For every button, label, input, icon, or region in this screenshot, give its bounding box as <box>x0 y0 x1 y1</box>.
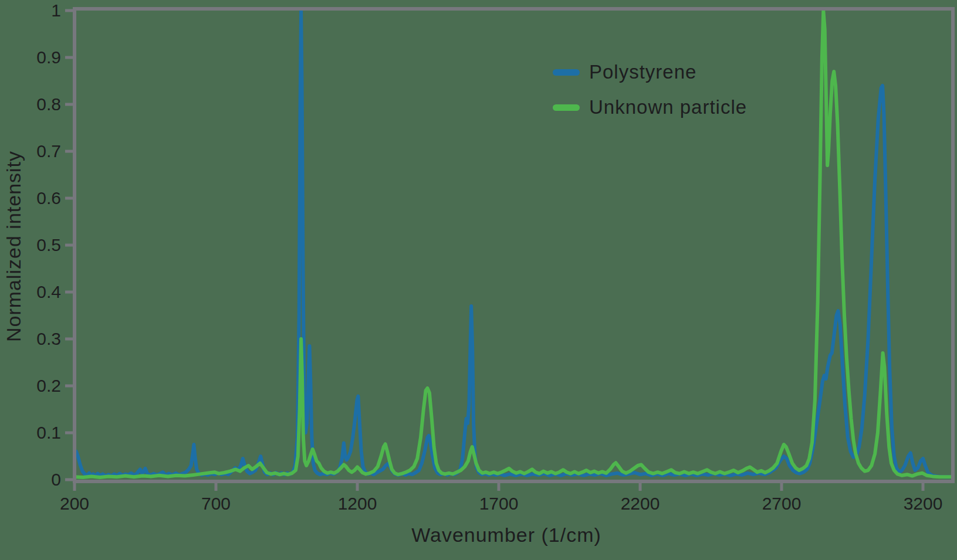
spectrum-chart: 00.10.20.30.40.50.60.70.80.9120070012001… <box>0 0 957 560</box>
plot-canvas: 00.10.20.30.40.50.60.70.80.9120070012001… <box>0 0 957 560</box>
legend: Polystyrene Unknown particle <box>553 61 747 118</box>
y-tick-label: 0.8 <box>36 94 61 114</box>
axis-ticks: 00.10.20.30.40.50.60.70.80.9120070012001… <box>36 1 942 513</box>
unknown-particle-line <box>75 11 953 477</box>
legend-label-polystyrene: Polystyrene <box>589 61 696 83</box>
x-tick-label: 3200 <box>904 494 943 513</box>
y-axis-title: Normalized intensity <box>2 151 25 342</box>
x-tick-label: 200 <box>60 494 89 513</box>
y-tick-label: 0.3 <box>36 329 61 348</box>
x-tick-label: 700 <box>201 494 231 513</box>
y-tick-label: 0.9 <box>36 47 61 67</box>
y-tick-label: 0.4 <box>36 282 61 301</box>
y-tick-label: 0.6 <box>36 188 61 208</box>
x-tick-label: 1200 <box>338 494 377 513</box>
unknown-particle-line-swatch <box>553 104 580 111</box>
y-tick-label: 0 <box>51 470 61 489</box>
series-lines <box>75 11 953 477</box>
legend-label-unknown-particle: Unknown particle <box>589 96 747 118</box>
y-tick-label: 0.5 <box>36 235 61 254</box>
y-tick-label: 1 <box>51 1 61 20</box>
y-tick-label: 0.7 <box>36 141 61 161</box>
legend-item-unknown-particle: Unknown particle <box>553 96 747 118</box>
x-tick-label: 1700 <box>479 494 519 513</box>
y-tick-label: 0.1 <box>36 423 61 442</box>
x-tick-label: 2200 <box>621 494 660 513</box>
legend-item-polystyrene: Polystyrene <box>553 61 747 83</box>
polystyrene-line-swatch <box>553 69 580 76</box>
x-tick-label: 2700 <box>762 494 802 513</box>
x-axis-title: Wavenumber (1/cm) <box>411 524 601 547</box>
y-tick-label: 0.2 <box>36 376 61 395</box>
